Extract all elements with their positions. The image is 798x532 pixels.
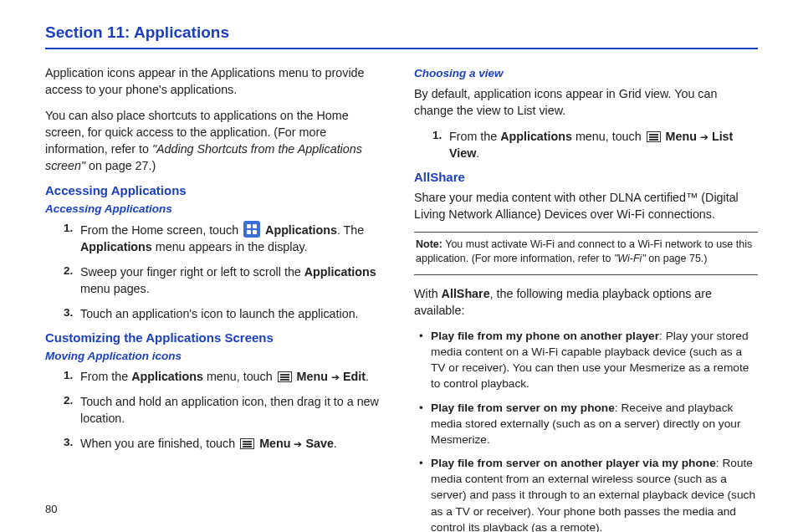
subheading-accessing-applications: Accessing Applications: [45, 202, 389, 215]
subheading-choosing-view: Choosing a view: [414, 67, 758, 79]
list-item: 2. Touch and hold an application icon, t…: [64, 393, 389, 427]
accessing-steps: 1. From the Home screen, touch Applicati…: [45, 221, 389, 322]
text: on page 75.): [646, 253, 708, 264]
intro-paragraph-2: You can also place shortcuts to applicat…: [45, 107, 389, 174]
label: Menu: [666, 130, 697, 143]
note-label: Note:: [416, 238, 442, 250]
note-block: Note: You must activate Wi-Fi and connec…: [414, 238, 758, 268]
text: From the Home screen, touch: [80, 223, 242, 237]
text: When you are finished, touch: [80, 437, 238, 450]
label: Applications: [500, 130, 572, 143]
left-column: Application icons appear in the Applicat…: [45, 64, 389, 532]
allshare-options-list: Play file from my phone on another playe…: [414, 328, 758, 532]
list-item: 1. From the Applications menu, touch Men…: [432, 128, 758, 161]
step-number: 1.: [64, 221, 73, 237]
step-number: 3.: [64, 435, 73, 451]
label: Applications: [304, 265, 376, 279]
list-item: 2. Sweep your finger right or left to sc…: [64, 263, 389, 297]
heading-customizing: Customizing the Applications Screens: [45, 330, 389, 345]
menu-icon: [240, 438, 254, 449]
subheading-moving-icons: Moving Application icons: [45, 350, 389, 362]
label: Edit: [343, 370, 366, 383]
text: . The: [337, 223, 364, 237]
label: Menu: [259, 437, 290, 450]
list-item: 3. Touch an application's icon to launch…: [64, 305, 389, 322]
list-item: 3. When you are finished, touch Menu ➔ S…: [64, 435, 389, 452]
text: menu, touch: [203, 370, 276, 383]
option-title: Play file from server on another player …: [431, 457, 716, 469]
label: Save: [305, 437, 333, 450]
list-item: Play file from server on another player …: [419, 455, 758, 532]
page-number: 80: [45, 503, 57, 515]
allshare-options-intro: With AllShare, the following media playb…: [414, 285, 758, 319]
allshare-body: Share your media content with other DLNA…: [414, 189, 758, 223]
label: Applications: [131, 370, 203, 383]
note-divider-top: [414, 232, 758, 233]
step-number: 1.: [432, 128, 442, 144]
label: AllShare: [442, 287, 490, 300]
choosing-view-steps: 1. From the Applications menu, touch Men…: [414, 128, 758, 161]
text: From the: [80, 370, 131, 383]
text: menu appears in the display.: [152, 240, 308, 253]
menu-icon: [278, 371, 292, 382]
arrow-icon: ➔: [700, 131, 708, 143]
list-item: Play file from server on my phone: Recei…: [419, 400, 758, 448]
list-item: Play file from my phone on another playe…: [419, 328, 758, 392]
text: From the: [449, 130, 500, 143]
section-title: Section 11: Applications: [45, 23, 758, 49]
text: menu, touch: [572, 130, 645, 143]
label: Applications: [80, 240, 152, 253]
label: Applications: [265, 223, 337, 237]
content-columns: Application icons appear in the Applicat…: [45, 64, 758, 532]
text: Touch an application's icon to launch th…: [80, 307, 359, 320]
list-item: 1. From the Applications menu, touch Men…: [64, 368, 389, 385]
note-divider-bottom: [414, 274, 758, 275]
list-item: 1. From the Home screen, touch Applicati…: [64, 221, 389, 255]
text: .: [334, 437, 337, 450]
right-column: Choosing a view By default, application …: [414, 64, 758, 532]
text: .: [476, 146, 479, 160]
arrow-icon: ➔: [294, 438, 302, 450]
step-number: 2.: [64, 393, 73, 409]
moving-steps: 1. From the Applications menu, touch Men…: [45, 368, 389, 452]
option-title: Play file from my phone on another playe…: [431, 330, 659, 342]
applications-icon: [243, 221, 260, 238]
label: Menu: [297, 370, 328, 383]
text: Touch and hold an application icon, then…: [80, 395, 379, 425]
arrow-icon: ➔: [331, 371, 340, 383]
step-number: 1.: [64, 368, 73, 384]
intro-paragraph-1: Application icons appear in the Applicat…: [45, 64, 389, 98]
text: .: [366, 370, 369, 383]
heading-allshare: AllShare: [414, 170, 758, 184]
cross-reference: "Wi-Fi": [614, 253, 646, 264]
text: With: [414, 287, 442, 300]
text: Sweep your finger right or left to scrol…: [80, 265, 304, 279]
choosing-view-body: By default, application icons appear in …: [414, 85, 758, 119]
text: on page 27.): [85, 159, 156, 172]
option-title: Play file from server on my phone: [431, 402, 615, 414]
text: menu pages.: [80, 282, 150, 295]
step-number: 2.: [64, 263, 73, 279]
heading-accessing-applications: Accessing Applications: [45, 183, 389, 197]
step-number: 3.: [64, 305, 73, 321]
menu-icon: [647, 131, 661, 142]
